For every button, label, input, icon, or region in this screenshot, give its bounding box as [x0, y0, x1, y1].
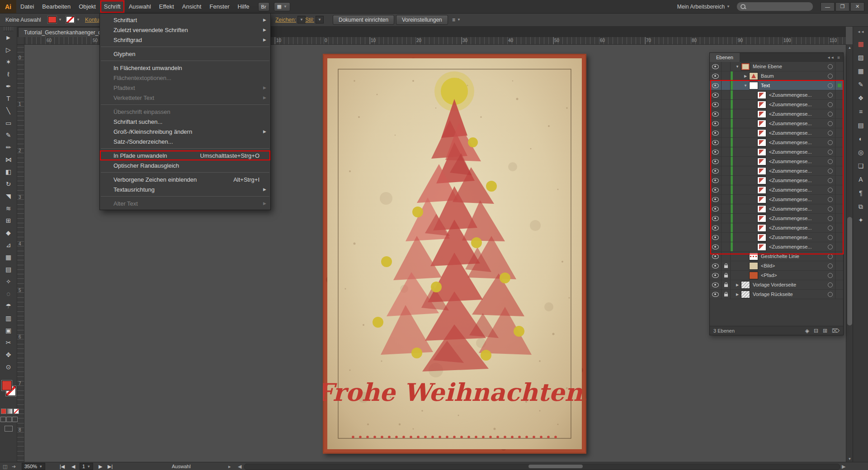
visibility-toggle[interactable]	[710, 176, 722, 185]
layer-row[interactable]: <Zusammengese...	[710, 157, 843, 166]
lock-toggle[interactable]	[722, 62, 731, 71]
draw-inside-button[interactable]	[12, 417, 18, 422]
lock-toggle[interactable]	[722, 176, 731, 185]
voreinstellungen-button[interactable]: Voreinstellungen	[396, 15, 448, 25]
layer-row-gestrichelte-linie[interactable]: Gestrichelte Linie	[710, 252, 843, 261]
lock-toggle[interactable]	[722, 280, 731, 289]
arrange-documents-button[interactable]: ▦▼	[274, 2, 290, 11]
lock-toggle[interactable]	[722, 138, 731, 147]
target-circle[interactable]	[828, 178, 833, 183]
slice-tool[interactable]: ✂	[0, 336, 17, 348]
visibility-toggle[interactable]	[710, 90, 722, 99]
brushes-panel-icon[interactable]: ✎	[853, 78, 868, 91]
rectangle-tool[interactable]: ▭	[0, 117, 17, 129]
target-circle[interactable]	[828, 83, 833, 88]
dokument-einrichten-button[interactable]: Dokument einrichten	[333, 15, 394, 25]
target-circle[interactable]	[828, 140, 833, 145]
color-panel-icon[interactable]: ▩	[853, 37, 868, 51]
collapse-triangle-icon[interactable]: ▼	[734, 65, 741, 69]
layer-thumbnail[interactable]	[757, 110, 766, 118]
menu-item-zuletzt-verwendete-schriften[interactable]: Zuletzt verwendete Schriften▶	[100, 25, 270, 35]
layer-name[interactable]: <Zusammengese...	[769, 225, 828, 230]
target-circle[interactable]	[828, 64, 833, 69]
fill-color-control[interactable]: ▼	[48, 13, 62, 26]
bridge-button[interactable]: Br	[258, 2, 269, 11]
expand-dock-button[interactable]: ◄◄	[853, 26, 868, 37]
graphic-styles-panel-icon[interactable]: ❏	[853, 159, 868, 173]
layer-name[interactable]: <Zusammengese...	[769, 216, 828, 221]
visibility-toggle[interactable]	[710, 71, 722, 80]
target-circle[interactable]	[828, 102, 833, 107]
menu-item-optischer-randausgleich[interactable]: Optischer Randausgleich	[100, 160, 270, 170]
layer-row[interactable]: <Zusammengese...	[710, 128, 843, 138]
draw-behind-button[interactable]	[6, 417, 12, 422]
eyedropper-tool[interactable]: ✧	[0, 275, 17, 287]
stil-dropdown[interactable]: ▼	[316, 16, 324, 24]
lock-toggle[interactable]	[722, 261, 731, 270]
status-icon-a[interactable]: ◫	[3, 462, 7, 470]
layer-name[interactable]: <Pfad>	[761, 273, 828, 278]
layer-thumbnail[interactable]	[741, 63, 750, 70]
lock-toggle[interactable]	[722, 100, 731, 109]
screen-mode-button[interactable]	[5, 426, 13, 432]
lock-toggle[interactable]	[722, 109, 731, 118]
layer-thumbnail[interactable]	[741, 281, 750, 289]
window-maximize-button[interactable]: ❐	[835, 2, 849, 11]
visibility-toggle[interactable]	[710, 233, 722, 242]
layer-name[interactable]: Baum	[761, 73, 828, 79]
layer-thumbnail[interactable]	[741, 291, 750, 298]
lock-toggle[interactable]	[722, 223, 731, 232]
swatches-panel-icon[interactable]: ▦	[853, 64, 868, 78]
layer-row[interactable]: <Zusammengese...	[710, 138, 843, 147]
layer-row[interactable]: <Zusammengese...	[710, 176, 843, 185]
layer-row-bild[interactable]: <Bild>	[710, 261, 843, 271]
menu-item-schriftgrad[interactable]: Schriftgrad▶	[100, 35, 270, 45]
lock-toggle[interactable]	[722, 157, 731, 166]
visibility-toggle[interactable]	[710, 280, 722, 289]
menu-item-glyphen[interactable]: Glyphen	[100, 49, 270, 59]
menu-item-satz-sonderzeichen[interactable]: Satz-/Sonderzeichen...	[100, 136, 270, 146]
window-minimize-button[interactable]: —	[821, 2, 835, 11]
zeichen-link[interactable]: Zeichen:▼	[275, 13, 306, 26]
target-circle[interactable]	[828, 235, 833, 240]
first-artboard-button[interactable]: |◀	[60, 462, 65, 470]
search-box[interactable]	[736, 2, 813, 11]
layer-thumbnail[interactable]	[749, 72, 758, 80]
layer-name[interactable]: <Zusammengese...	[769, 178, 828, 183]
rotate-tool[interactable]: ↻	[0, 178, 17, 190]
layer-thumbnail[interactable]	[757, 234, 766, 241]
visibility-toggle[interactable]	[710, 147, 722, 156]
target-circle[interactable]	[828, 244, 833, 249]
visibility-toggle[interactable]	[710, 214, 722, 223]
layer-name[interactable]: <Bild>	[761, 263, 828, 268]
width-tool[interactable]: ⋈	[0, 153, 17, 165]
visibility-toggle[interactable]	[710, 157, 722, 166]
character-panel-icon[interactable]: A	[853, 173, 868, 186]
zeichen-dropdown[interactable]: ▼	[297, 16, 306, 24]
target-circle[interactable]	[828, 150, 833, 155]
color-button[interactable]	[1, 409, 6, 414]
pencil-tool[interactable]: ✏	[0, 141, 17, 153]
layer-row-meine-ebene[interactable]: ▼ Meine Ebene	[710, 62, 843, 71]
lock-toggle[interactable]	[722, 233, 731, 242]
free-transform-tool[interactable]: ⊞	[0, 214, 17, 226]
visibility-toggle[interactable]	[710, 185, 722, 194]
layer-row[interactable]: <Zusammengese...	[710, 90, 843, 100]
layer-thumbnail[interactable]	[757, 158, 766, 165]
target-circle[interactable]	[828, 197, 833, 202]
layer-name[interactable]: <Zusammengese...	[769, 244, 828, 249]
last-artboard-button[interactable]: ▶|	[108, 462, 113, 470]
layer-name[interactable]: <Zusammengese...	[769, 111, 828, 117]
status-options-arrow[interactable]: ▸	[228, 462, 231, 470]
layer-row[interactable]: <Zusammengese...	[710, 109, 843, 119]
zoom-tool[interactable]: ⊙	[0, 361, 17, 373]
line-segment-tool[interactable]: ╲	[0, 104, 17, 117]
zoom-level-dropdown[interactable]: 350%▼	[22, 463, 45, 470]
artboard-number-dropdown[interactable]: 1▼	[80, 463, 93, 470]
target-circle[interactable]	[828, 93, 833, 98]
layer-row[interactable]: <Zusammengese...	[710, 119, 843, 128]
layer-thumbnail[interactable]	[757, 215, 766, 222]
document-tab[interactable]: Tutorial_Geschenkanhaenger_d...	[18, 27, 112, 38]
layer-row[interactable]: <Zusammengese...	[710, 233, 843, 242]
lock-toggle[interactable]	[722, 119, 731, 128]
